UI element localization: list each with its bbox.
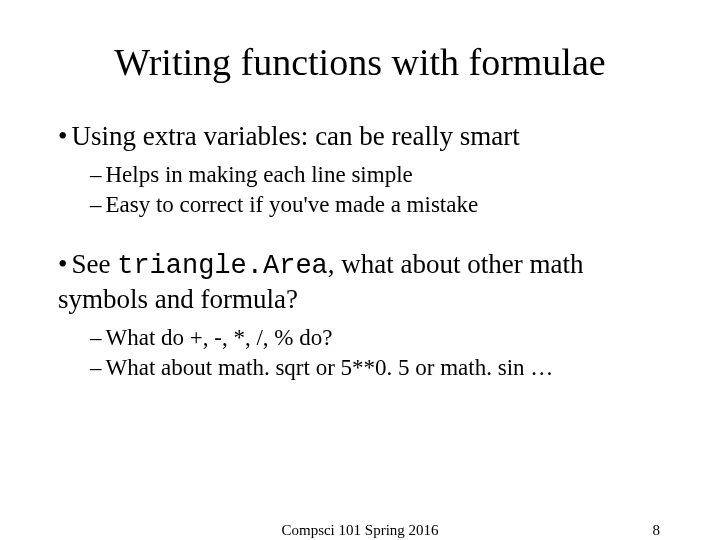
bullet-1: •Using extra variables: can be really sm… — [58, 120, 670, 154]
bullet-block-2: •See triangle.Area, what about other mat… — [50, 248, 670, 383]
bullet-2-code: triangle.Area — [117, 251, 328, 281]
sub-bullet-1-1: –Helps in making each line simple — [90, 160, 670, 190]
sub-bullets-2: –What do +, -, *, /, % do? –What about m… — [90, 323, 670, 383]
sub-bullet-1-2-text: Easy to correct if you've made a mistake — [106, 192, 479, 217]
sub-bullet-2-1: –What do +, -, *, /, % do? — [90, 323, 670, 353]
bullet-2-prefix: See — [71, 249, 117, 279]
bullet-2: •See triangle.Area, what about other mat… — [58, 248, 670, 318]
slide-title: Writing functions with formulae — [50, 40, 670, 84]
sub-bullet-1-1-text: Helps in making each line simple — [106, 162, 413, 187]
dash-icon: – — [90, 192, 102, 217]
sub-bullets-1: –Helps in making each line simple –Easy … — [90, 160, 670, 220]
sub-bullet-2-2-text: What about math. sqrt or 5**0. 5 or math… — [106, 355, 554, 380]
footer-center: Compsci 101 Spring 2016 — [281, 522, 438, 539]
dash-icon: – — [90, 162, 102, 187]
sub-bullet-1-2: –Easy to correct if you've made a mistak… — [90, 190, 670, 220]
page-number: 8 — [653, 522, 661, 539]
bullet-marker: • — [58, 121, 67, 151]
dash-icon: – — [90, 355, 102, 380]
sub-bullet-2-1-text: What do +, -, *, /, % do? — [106, 325, 333, 350]
bullet-marker: • — [58, 249, 67, 279]
bullet-1-text: Using extra variables: can be really sma… — [71, 121, 519, 151]
sub-bullet-2-2: –What about math. sqrt or 5**0. 5 or mat… — [90, 353, 670, 383]
dash-icon: – — [90, 325, 102, 350]
bullet-block-1: •Using extra variables: can be really sm… — [50, 120, 670, 220]
